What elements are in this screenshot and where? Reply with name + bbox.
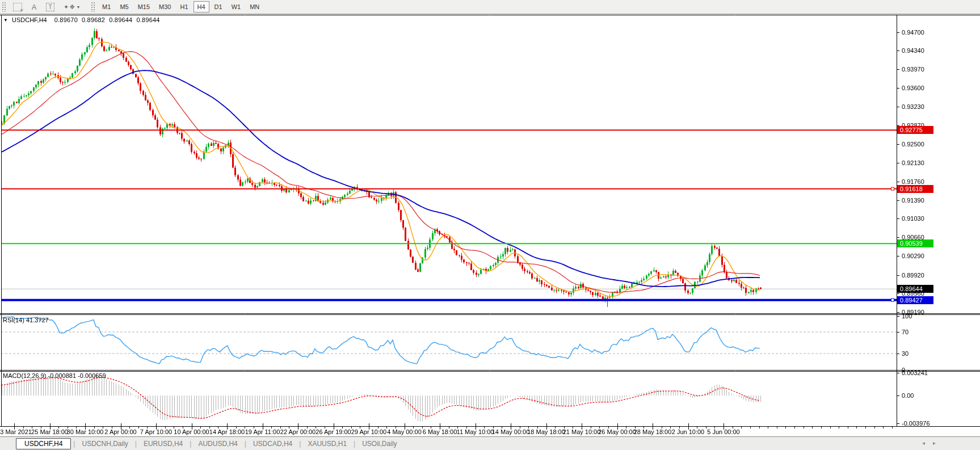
- text-label-icon: T: [46, 3, 54, 11]
- macd-axis-label: -0.003976: [902, 420, 930, 427]
- date-label: 28 May 18:00: [634, 428, 672, 435]
- rsi-level-label: 70: [902, 329, 909, 335]
- tab-usdcnh-daily[interactable]: USDCNH,Daily: [75, 439, 134, 449]
- price-tick-label: 0.91390: [902, 197, 924, 204]
- macd-axis-label: 0.00: [902, 392, 914, 399]
- price-tick-label: 0.93230: [902, 103, 924, 110]
- timeframe-button-mn[interactable]: MN: [246, 1, 263, 12]
- date-label: 14 May 00:00: [492, 428, 530, 435]
- timeframe-button-h4[interactable]: H4: [194, 1, 209, 12]
- tab-scroll-left-button[interactable]: ◂: [922, 440, 925, 446]
- ohlc-open: 0.89670: [54, 16, 78, 23]
- timeframe-button-w1[interactable]: W1: [228, 1, 245, 12]
- date-label: 21 May 10:00: [563, 428, 601, 435]
- timeframe-group: M1M5M15M30H1H4D1W1MN: [98, 0, 264, 14]
- timeframe-button-m5[interactable]: M5: [116, 1, 132, 12]
- text-icon: A: [32, 3, 37, 11]
- timeframe-button-m30[interactable]: M30: [155, 1, 175, 12]
- timeframe-button-m15[interactable]: M15: [134, 1, 154, 12]
- toolbar-separator: [91, 2, 95, 12]
- date-label: 14 Apr 18:00: [209, 428, 245, 435]
- chart-title: ▼ USDCHF,H4 0.89670 0.89682 0.89644 0.89…: [3, 16, 160, 23]
- hline-price-tag: 0.89644: [897, 285, 933, 293]
- macd-signal-value: -0.000659: [78, 372, 106, 379]
- text-tool-button[interactable]: A: [27, 1, 41, 12]
- symbol-label: USDCHF,H4: [12, 16, 47, 23]
- timeframe-button-h1[interactable]: H1: [176, 1, 192, 12]
- toolbar-grip[interactable]: [2, 2, 6, 12]
- tab-usdchf-h4[interactable]: USDCHF,H4: [16, 438, 71, 449]
- symbol-tabs: USDCHF,H4|USDCNH,Daily|EURUSD,H4|AUDUSD,…: [16, 437, 404, 450]
- price-tick-label: 0.93970: [902, 66, 924, 73]
- rsi-level-label: 100: [902, 313, 912, 319]
- toolbar: FAT✦❖▾ M1M5M15M30H1H4D1W1MN: [0, 0, 980, 14]
- tab-usdcad-h4[interactable]: USDCAD,H4: [246, 439, 299, 449]
- date-label: 19 Apr 11:00: [245, 428, 280, 435]
- ohlc-close: 0.89644: [136, 16, 159, 23]
- date-label: 22 Apr 00:00: [280, 428, 316, 435]
- date-label: 25 Mar 18:00: [31, 428, 68, 435]
- macd-axis-label: 0.003241: [902, 369, 928, 376]
- date-label: 18 May 18:00: [527, 428, 565, 435]
- tab-xauusd-h1[interactable]: XAUUSD,H1: [301, 439, 354, 449]
- price-tick-label: 0.91760: [902, 178, 924, 185]
- tab-scroll-right-button[interactable]: ▸: [933, 440, 936, 446]
- price-tick-label: 0.94340: [902, 47, 924, 54]
- chart-window[interactable]: ▼ USDCHF,H4 0.89670 0.89682 0.89644 0.89…: [0, 14, 980, 436]
- tab-eurusd-h4[interactable]: EURUSD,H4: [137, 439, 190, 449]
- ohlc-low: 0.89644: [109, 16, 132, 23]
- date-label: 30 Mar 10:00: [67, 428, 104, 435]
- rsi-indicator-label: RSI(14) 41.3727: [3, 317, 49, 323]
- date-label: 23 Mar 2021: [0, 428, 32, 435]
- tab-usoil-daily[interactable]: USOil,Daily: [355, 439, 403, 449]
- date-label: 10 Apr 00:00: [174, 428, 209, 435]
- fibonacci-icon: F: [13, 3, 22, 11]
- chart-menu-caret[interactable]: ▼: [3, 18, 8, 23]
- text-label-tool-button[interactable]: T: [42, 1, 58, 12]
- date-label: 6 May 18:00: [423, 428, 457, 435]
- drawing-tools-group: FAT✦❖▾: [9, 0, 84, 14]
- price-tick-label: 0.91030: [902, 215, 924, 222]
- arrows-tool-button[interactable]: ✦❖▾: [60, 1, 83, 12]
- date-label: 7 Apr 10:00: [140, 428, 172, 435]
- chart-canvas[interactable]: [0, 14, 980, 436]
- date-label: 2 Apr 00:00: [104, 428, 136, 435]
- hline-price-tag: 0.90539: [897, 239, 933, 247]
- fibonacci-tool-button[interactable]: F: [9, 1, 26, 12]
- date-label: 5 Jun 00:00: [707, 428, 740, 435]
- arrows-icon: ✦❖: [64, 3, 75, 11]
- price-tick-label: 0.92500: [902, 141, 924, 148]
- date-label: 26 May 00:00: [598, 428, 636, 435]
- hline-price-tag: 0.89427: [897, 296, 933, 304]
- date-label: 29 Apr 10:00: [351, 428, 386, 435]
- macd-indicator-label: MACD(12,26,9) -0.000881 -0.000659: [3, 372, 106, 379]
- price-tick-label: 0.89920: [902, 272, 924, 279]
- rsi-value: 41.3727: [26, 317, 49, 323]
- date-label: 11 May 10:00: [457, 428, 494, 435]
- price-tick-label: 0.93600: [902, 85, 924, 91]
- hline-price-tag: 0.91618: [897, 185, 933, 193]
- tab-audusd-h4[interactable]: AUDUSD,H4: [191, 439, 244, 449]
- price-tick-label: 0.90290: [902, 253, 924, 259]
- date-label: 26 Apr 19:00: [316, 428, 351, 435]
- timeframe-button-m1[interactable]: M1: [98, 1, 115, 12]
- price-tick-label: 0.94700: [902, 29, 924, 36]
- date-label: 4 May 00:00: [387, 428, 422, 435]
- rsi-level-label: 30: [902, 350, 909, 357]
- date-label: 2 Jun 10:00: [672, 428, 705, 435]
- chevron-down-icon: ▾: [77, 5, 79, 10]
- tab-bar: USDCHF,H4|USDCNH,Daily|EURUSD,H4|AUDUSD,…: [0, 436, 980, 450]
- macd-main-value: -0.000881: [48, 372, 76, 379]
- price-tick-label: 0.92130: [902, 159, 924, 166]
- timeframe-button-d1[interactable]: D1: [211, 1, 226, 12]
- hline-price-tag: 0.92775: [897, 126, 933, 134]
- fibonacci-icon-letter: F: [20, 8, 23, 13]
- ohlc-high: 0.89682: [82, 16, 105, 23]
